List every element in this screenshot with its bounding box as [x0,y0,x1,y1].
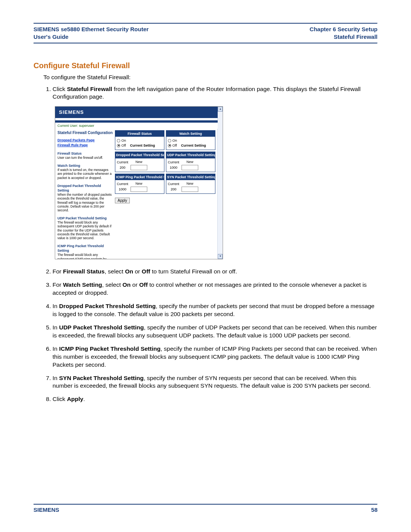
section-title: Configure Stateful Firewall [33,61,378,70]
footer-rule [33,504,378,505]
fs-off-row[interactable]: Off Current Setting [117,143,162,148]
help-watch-setting: Watch Setting If watch is turned on, the… [57,163,113,180]
radio-icon[interactable] [168,144,171,147]
step-4: In Dropped Packet Threshold Setting, spe… [53,302,378,318]
header-rule-bottom [33,43,378,44]
help-firewall-status: Firewall Status User can turn the firewa… [57,151,113,160]
header-left: SIEMENS se5880 Ethernet Security Router … [33,26,149,41]
dp-new-input[interactable] [131,165,147,170]
box-icmp-packet: ICMP Ping Packet Threshold Setting Curre… [115,174,164,194]
page-header: SIEMENS se5880 Ethernet Security Router … [33,24,378,43]
scroll-down-icon[interactable]: ▾ [218,254,223,259]
step-7: In SYN Packet Threshold Setting, specify… [53,374,378,390]
fs-on-row[interactable]: On [117,138,162,143]
scrollbar[interactable] [217,112,223,254]
udp-new-input[interactable] [182,165,198,170]
icmp-new-input[interactable] [131,187,147,192]
box-syn-packet: SYN Packet Threshold Setting Current200 … [166,174,215,194]
brand-bar: SIEMENS [55,107,218,118]
steps-list: Click Stateful Firewall from the left na… [43,85,378,404]
box-firewall-status: Firewall Status On Off Current Setting [115,130,164,150]
step-6: In ICMP Ping Packet Threshold Setting, s… [53,345,378,369]
scroll-up-icon[interactable]: ▴ [218,107,223,112]
header-product: SIEMENS se5880 Ethernet Security Router [33,26,149,33]
step-2: For Firewall Status, select On or Off to… [53,268,378,276]
current-user-line: Current User: superuser [55,123,218,129]
help-icmp-packet: ICMP Ping Packet Threshold Setting The f… [57,244,113,259]
left-pane-title: Stateful Firewall Configuration [57,130,113,136]
header-section: Stateful Firewall [310,33,378,41]
step-1: Click Stateful Firewall from the left na… [53,85,378,260]
help-udp-packet: UDP Packet Threshold Setting The firewal… [57,216,113,240]
apply-button[interactable]: Apply [115,198,130,203]
document-page: SIEMENS se5880 Ethernet Security Router … [0,0,411,532]
link-firewall-rule[interactable]: Firewall Rule Page [57,143,113,147]
box-dropped-packet: Dropped Packet Threshold Setting Current… [115,152,164,172]
header-chapter: Chapter 6 Security Setup [310,26,378,33]
page-footer: SIEMENS 58 [33,504,378,513]
syn-new-input[interactable] [182,187,198,192]
header-doc: User's Guide [33,33,149,41]
box-watch-setting: Watch Setting On Off Current Setting [166,130,215,150]
radio-icon[interactable] [168,139,171,142]
step-3: For Watch Setting, select On or Off to c… [53,281,378,297]
embedded-screenshot: ▴ ▾ SIEMENS Current User: superuser Stat… [55,106,223,259]
footer-page-number: 58 [371,506,378,513]
ws-off-row[interactable]: Off Current Setting [168,143,213,148]
intro-text: To configure the Stateful Firewall: [43,74,378,81]
help-dropped-packet: Dropped Packet Threshold Setting When th… [57,184,113,212]
settings-pane: Firewall Status On Off Current Setting W… [115,129,218,206]
link-dropped-packets[interactable]: Dropped Packets Page [57,138,113,142]
radio-icon[interactable] [117,139,120,142]
step-8: Click Apply. [53,395,378,403]
box-udp-packet: UDP Packet Threshold Setting Current1000… [166,152,215,172]
screenshot-content: SIEMENS Current User: superuser Stateful… [55,107,218,259]
step-5: In UDP Packet Threshold Setting, specify… [53,324,378,340]
ws-on-row[interactable]: On [168,138,213,143]
left-nav-pane: Stateful Firewall Configuration Dropped … [55,129,115,259]
config-layout: Stateful Firewall Configuration Dropped … [55,129,218,259]
radio-icon[interactable] [117,144,120,147]
footer-brand: SIEMENS [33,506,59,513]
header-right: Chapter 6 Security Setup Stateful Firewa… [310,26,378,41]
